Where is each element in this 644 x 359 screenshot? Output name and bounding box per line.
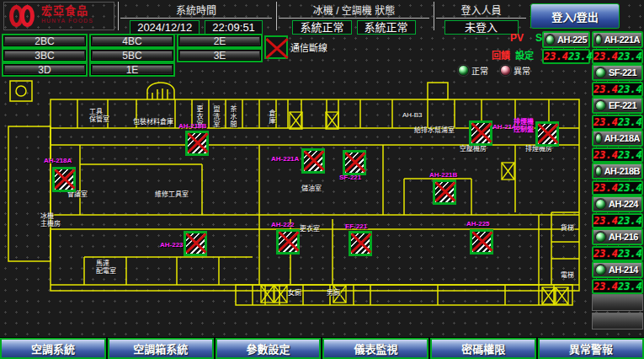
unit-status-lamp-icon (595, 265, 606, 276)
ahu-comm-loss-icon[interactable] (349, 231, 372, 256)
room-label: 倉庫 (268, 110, 275, 125)
room-label: 男廁 (327, 289, 340, 297)
unit-pv-value: 23.4 (593, 248, 618, 260)
floor-button-1e[interactable]: 1E (89, 62, 175, 77)
ahu-comm-loss-icon[interactable] (301, 148, 325, 174)
unit-panel-ah-224[interactable]: AH-224 (592, 196, 643, 212)
empty-unit-slot (592, 294, 643, 311)
floor-button-label: 2E (179, 36, 260, 46)
unit-panel-ah-218b[interactable]: AH-218B (592, 163, 643, 180)
floor-button-5bc[interactable]: 5BC (89, 48, 175, 62)
device-label: 排煙機 控制盤 (514, 118, 534, 133)
company-name: 宏亞食品 (41, 6, 93, 16)
bottom-nav-bar: 空調系統空調箱系統參數設定儀表監視密碼權限異常警報 (0, 337, 644, 359)
device-label: SF-221 (339, 174, 361, 181)
room-label: 盥洗室 (212, 105, 220, 128)
unit-status-lamp-icon (595, 199, 606, 210)
ahu-comm-loss-icon[interactable] (184, 231, 207, 256)
unit-sv-value: 23.4 (618, 248, 642, 260)
pv-header-label: PV (510, 32, 524, 44)
device-label: AH-221B (429, 171, 457, 179)
ahu-comm-loss-icon[interactable] (185, 131, 209, 156)
abnormal-legend-label: 異常 (514, 64, 530, 77)
unit-panel-ah-218a[interactable]: AH-218A (592, 130, 643, 147)
room-label: 馬達 配電室 (96, 260, 116, 275)
unit-pv-value: 23.4 (593, 215, 618, 227)
nav-button-2[interactable]: 參數設定 (216, 338, 322, 359)
ahu-comm-loss-icon[interactable] (535, 121, 559, 147)
unit-values-ah-218a: 23.423.4 (592, 147, 643, 163)
unit-pv-value: 23.4 (544, 51, 568, 62)
room-label: 女廁 (288, 289, 301, 297)
login-section: 登入人員 未登入 (434, 2, 528, 30)
unit-name: EF-221 (609, 100, 636, 110)
floor-button-label: 5BC (92, 51, 173, 60)
system-time-value: 22:09:51 (205, 20, 263, 35)
nav-button-3[interactable]: 儀表監視 (322, 338, 428, 359)
login-user-value: 未登入 (444, 20, 519, 35)
unit-status-lamp-icon (595, 133, 602, 144)
room-label: 更衣室 (300, 225, 320, 233)
ahu-comm-loss-icon[interactable] (470, 229, 493, 255)
nav-button-0[interactable]: 空調系統 (0, 338, 106, 359)
unit-status-lamp-icon (595, 100, 606, 111)
floor-button-2e[interactable]: 2E (177, 34, 263, 48)
unit-pv-value: 23.4 (593, 51, 618, 62)
header-bar: 宏亞食品 HUNYA FOODS 系統時間 2024/12/12 22:09:5… (0, 0, 644, 32)
unit-name: AH-224 (609, 199, 638, 209)
nav-button-4[interactable]: 密碼權限 (430, 338, 536, 359)
ahu-comm-loss-icon[interactable] (52, 167, 76, 192)
room-label: 空壓機房 (460, 145, 487, 153)
ahu-status-value: 系統正常 (357, 20, 416, 35)
floor-button-label: 3E (179, 51, 260, 60)
unit-values-ah-216: 23.423.4 (592, 246, 643, 261)
floor-button-3d[interactable]: 3D (2, 62, 88, 77)
unit-values-ah-221a: 23.423.4 (592, 49, 643, 64)
unit-panel-ah-225[interactable]: AH-225 (542, 31, 590, 48)
nav-button-5[interactable]: 異常警報 (538, 338, 644, 359)
unit-status-lamp-icon (546, 35, 555, 46)
unit-sv-value: 23.4 (618, 182, 642, 194)
floor-button-label: 2BC (4, 36, 85, 46)
normal-lamp-icon (458, 65, 469, 76)
floor-button-3e[interactable]: 3E (177, 48, 263, 62)
ahu-comm-loss-icon[interactable] (276, 229, 300, 255)
device-label: AH-225 (466, 220, 490, 228)
setpoint-label: 設定 (515, 48, 534, 62)
normal-legend-label: 正常 (471, 64, 488, 77)
unit-pv-value: 23.4 (593, 182, 618, 194)
room-label: 包裝材料倉庫 (133, 118, 173, 126)
ahu-comm-loss-icon[interactable] (343, 150, 366, 175)
ahu-comm-loss-icon[interactable] (469, 121, 492, 146)
floor-button-label: 3BC (4, 51, 85, 60)
unit-panel-ef-221[interactable]: EF-221 (592, 97, 643, 114)
unit-status-lamp-icon (595, 35, 602, 46)
company-name-en: HUNYA FOODS (41, 16, 93, 26)
unit-panel-ah-214[interactable]: AH-214 (592, 261, 643, 278)
ahu-comm-loss-icon[interactable] (433, 180, 456, 205)
unit-values-ah-224: 23.423.4 (592, 213, 643, 228)
unit-sv-value: 23.4 (618, 51, 642, 62)
unit-panel-ah-216[interactable]: AH-216 (592, 228, 643, 245)
comm-loss-legend-label: 通信斷線 (290, 40, 327, 54)
unit-panel-ah-221a[interactable]: AH-221A (592, 31, 643, 48)
floor-button-label: 4BC (92, 36, 173, 46)
system-time-label: 系統時間 (120, 3, 272, 19)
unit-panel-sf-221[interactable]: SF-221 (592, 64, 643, 81)
hmi-screen: 宏亞食品 HUNYA FOODS 系統時間 2024/12/12 22:09:5… (0, 0, 644, 359)
floor-button-3bc[interactable]: 3BC (2, 48, 88, 62)
unit-sv-value: 23.4 (618, 149, 642, 161)
floor-button-label: 1E (92, 65, 173, 74)
login-logout-button[interactable]: 登入/登出 (530, 3, 620, 29)
floor-button-4bc[interactable]: 4BC (89, 34, 175, 48)
unit-values-ah-218b: 23.423.4 (592, 180, 643, 196)
unit-sv-value: 23.4 (618, 116, 642, 128)
unit-name: AH-218B (604, 166, 640, 176)
comm-loss-legend-icon (264, 35, 288, 59)
room-label: 維修工具室 (155, 190, 189, 198)
nav-button-1[interactable]: 空調箱系統 (108, 338, 214, 359)
unit-name: SF-221 (609, 67, 636, 78)
floor-button-2bc[interactable]: 2BC (2, 34, 88, 48)
feedback-label: 回饋 (492, 48, 510, 62)
company-logo-icon (9, 5, 38, 27)
